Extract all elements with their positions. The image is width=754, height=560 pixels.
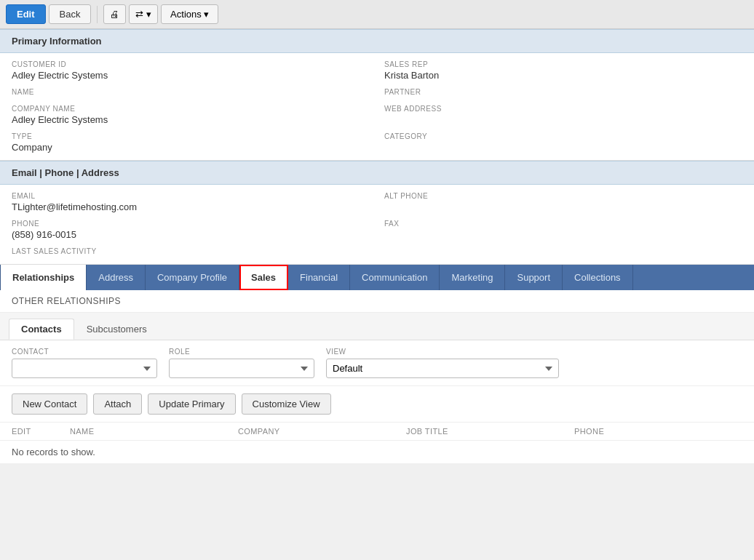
- tab-marketing[interactable]: Marketing: [440, 265, 505, 290]
- email-field: EMAIL TLighter@lifetimehosting.com: [12, 192, 370, 212]
- tab-relationships[interactable]: Relationships: [0, 265, 87, 290]
- contact-filter-field: CONTACT: [12, 348, 157, 378]
- role-filter-field: ROLE: [169, 348, 314, 378]
- view-filter-label: VIEW: [326, 348, 559, 356]
- role-filter-label: ROLE: [169, 348, 314, 356]
- nav-icon: ⇄ ▾: [135, 9, 151, 20]
- print-button[interactable]: 🖨: [103, 4, 126, 24]
- email-value: TLighter@lifetimehosting.com: [12, 201, 370, 212]
- last-sales-label: LAST SALES ACTIVITY: [12, 247, 370, 255]
- col-header-name: NAME: [70, 427, 238, 436]
- print-icon: 🖨: [110, 9, 119, 20]
- sales-rep-label: SALES REP: [384, 60, 742, 68]
- view-filter-select[interactable]: Default: [326, 359, 559, 378]
- primary-information-body: CUSTOMER ID Adley Electric Systems SALES…: [0, 53, 754, 161]
- col-header-company: COMPANY: [238, 427, 406, 436]
- customize-view-button[interactable]: Customize View: [242, 393, 331, 415]
- back-button[interactable]: Back: [49, 4, 92, 24]
- company-name-label: COMPANY NAME: [12, 105, 370, 113]
- actions-button[interactable]: Actions ▾: [161, 4, 218, 24]
- sub-tab-subcustomers[interactable]: Subcustomers: [74, 319, 159, 340]
- action-buttons-row: New ContactAttachUpdate PrimaryCustomize…: [0, 386, 754, 423]
- email-phone-address-body: EMAIL TLighter@lifetimehosting.com ALT P…: [0, 185, 754, 265]
- tab-financial[interactable]: Financial: [288, 265, 350, 290]
- new-contact-button[interactable]: New Contact: [12, 393, 87, 415]
- col-header-job-title: JOB TITLE: [406, 427, 574, 436]
- email-phone-address-header: Email | Phone | Address: [0, 161, 754, 185]
- other-relationships-label: OTHER RELATIONSHIPS: [0, 290, 754, 313]
- alt-phone-label: ALT PHONE: [384, 192, 742, 200]
- tab-company-profile[interactable]: Company Profile: [146, 265, 239, 290]
- category-label: CATEGORY: [384, 132, 742, 140]
- phone-label: PHONE: [12, 220, 370, 228]
- separator: [97, 6, 98, 23]
- tab-address[interactable]: Address: [87, 265, 146, 290]
- customer-id-label: CUSTOMER ID: [12, 60, 370, 68]
- phone-value: (858) 916-0015: [12, 229, 370, 240]
- sub-tabs: ContactsSubcustomers: [0, 313, 754, 340]
- category-field: CATEGORY: [384, 132, 742, 153]
- edit-button[interactable]: Edit: [6, 4, 46, 24]
- name-field: NAME: [12, 88, 370, 97]
- last-sales-field: LAST SALES ACTIVITY: [12, 247, 370, 257]
- primary-information-header: Primary Information: [0, 29, 754, 53]
- alt-phone-field: ALT PHONE: [384, 192, 742, 212]
- table-header: EDITNAMECOMPANYJOB TITLEPHONE: [0, 423, 754, 441]
- role-filter-select[interactable]: [169, 359, 314, 378]
- nav-button[interactable]: ⇄ ▾: [129, 4, 158, 24]
- partner-label: PARTNER: [384, 88, 742, 96]
- company-name-value: Adley Electric Systems: [12, 114, 370, 125]
- tab-collections[interactable]: Collections: [563, 265, 633, 290]
- phone-field: PHONE (858) 916-0015: [12, 220, 370, 240]
- fax-label: FAX: [384, 220, 742, 228]
- type-field: TYPE Company: [12, 132, 370, 153]
- contact-filter-label: CONTACT: [12, 348, 157, 356]
- update-primary-button[interactable]: Update Primary: [148, 393, 235, 415]
- col-header-phone: PHONE: [574, 427, 742, 436]
- tabs-bar: RelationshipsAddressCompany ProfileSales…: [0, 265, 754, 290]
- attach-button[interactable]: Attach: [93, 393, 142, 415]
- email-label: EMAIL: [12, 192, 370, 200]
- sales-rep-value: Krista Barton: [384, 70, 742, 81]
- type-value: Company: [12, 142, 370, 153]
- customer-id-field: CUSTOMER ID Adley Electric Systems: [12, 60, 370, 81]
- type-label: TYPE: [12, 132, 370, 140]
- tab-sales[interactable]: Sales: [239, 265, 288, 290]
- partner-field: PARTNER: [384, 88, 742, 97]
- col-header-edit: EDIT: [12, 427, 70, 436]
- sub-tab-contacts[interactable]: Contacts: [9, 319, 74, 340]
- customer-id-value: Adley Electric Systems: [12, 70, 370, 81]
- tab-communication[interactable]: Communication: [350, 265, 440, 290]
- no-records-message: No records to show.: [0, 441, 754, 463]
- toolbar: Edit Back 🖨 ⇄ ▾ Actions ▾: [0, 0, 754, 29]
- web-address-field: WEB ADDRESS: [384, 105, 742, 125]
- company-name-field: COMPANY NAME Adley Electric Systems: [12, 105, 370, 125]
- name-label: NAME: [12, 88, 370, 96]
- contact-filter-select[interactable]: [12, 359, 157, 378]
- tab-support[interactable]: Support: [505, 265, 563, 290]
- web-address-label: WEB ADDRESS: [384, 105, 742, 113]
- fax-field: FAX: [384, 220, 742, 240]
- contact-filter-row: CONTACT ROLE VIEW Default: [0, 340, 754, 386]
- sales-rep-field: SALES REP Krista Barton: [384, 60, 742, 81]
- view-filter-field: VIEW Default: [326, 348, 559, 378]
